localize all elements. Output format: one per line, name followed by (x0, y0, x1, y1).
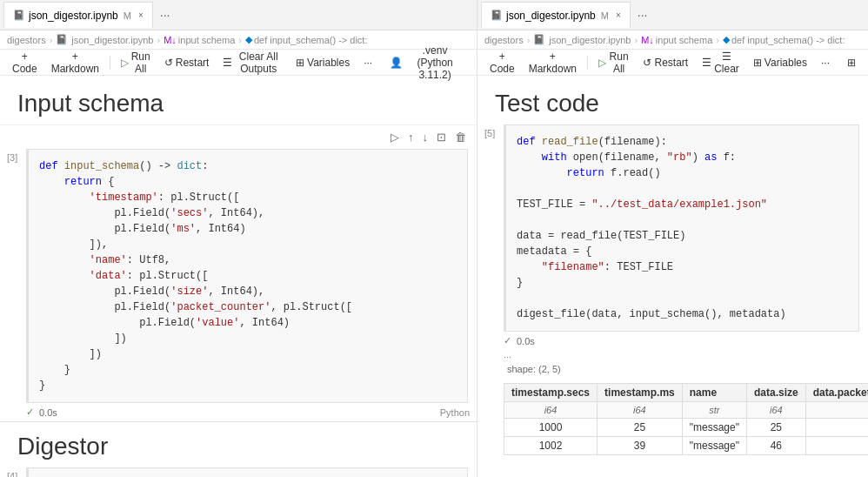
output-table: timestamp.secs timestamp.ms name data.si… (504, 383, 868, 455)
input-schema-title: Input schema (0, 76, 477, 124)
cell-r1-ts-secs: 1000 (504, 419, 598, 437)
input-schema-cell-row: [3] def input_schema() -> dict: return {… (0, 149, 477, 403)
clear-all-button[interactable]: ☰ Clear All Outputs (217, 49, 287, 77)
cell-menu-button[interactable]: ⊡ (433, 129, 450, 145)
cell-r2-name: "message" (682, 437, 746, 455)
restart-icon: ↺ (164, 57, 173, 69)
rbc-digestors: digestors (484, 35, 524, 45)
right-toolbar: + Code + Markdown ▷ Run All ↺ Restart ☰ … (477, 50, 868, 76)
test-code-section: Test code [5] def read_file(filename): w… (477, 76, 868, 462)
test-code-title: Test code (477, 76, 868, 124)
add-markdown-button[interactable]: + Markdown (46, 49, 104, 77)
cell-r1-name: "message" (682, 419, 746, 437)
input-schema-section: Input schema ▷ ↑ ↓ ⊡ 🗑 [3] def input_sch… (0, 76, 477, 421)
right-variables-button[interactable]: ⊞ Variables (748, 55, 812, 71)
col-header-timestamp-ms: timestamp.ms (598, 384, 683, 402)
dtype-data-size: i64 (746, 402, 805, 419)
table-row: 1002 39 "message" 46 302 (504, 437, 869, 455)
shape-text: shape: (2, 5) (477, 362, 868, 376)
check-icon-3: ✓ (504, 335, 511, 346)
test-code: def read_file(filename): with open(filen… (506, 125, 858, 331)
right-tab-bar: 📓 json_digestor.ipynb M × ··· (477, 0, 868, 30)
left-tab-modified: M (124, 10, 131, 21)
toolbar-sep-1 (110, 56, 110, 70)
right-panel: 📓 json_digestor.ipynb M × ··· digestors … (477, 0, 868, 477)
cell-r2-size: 46 (746, 437, 805, 455)
run-all-button[interactable]: ▷ ▷ Run All Run All (116, 49, 156, 77)
left-toolbar: + Code + Markdown ▷ ▷ Run All Run All ↺ … (0, 50, 477, 76)
right-add-markdown-button[interactable]: + Markdown (524, 49, 582, 77)
col-header-timestamp-secs: timestamp.secs (504, 384, 598, 402)
right-tab-close[interactable]: × (616, 10, 621, 20)
variables-button[interactable]: ⊞ Variables (290, 55, 355, 71)
cell-1-toolbar: ▷ ↑ ↓ ⊡ 🗑 (0, 124, 477, 149)
add-code-button[interactable]: + Code (7, 49, 43, 77)
clear-all-icon: ☰ (223, 57, 232, 69)
right-restart-button[interactable]: ↺ Restart (638, 55, 693, 71)
left-tab[interactable]: 📓 json_digestor.ipynb M × (3, 2, 153, 28)
cell-r1-ts-ms: 25 (598, 419, 683, 437)
output-time-3: 0.0s (517, 336, 535, 346)
right-tab-more[interactable]: ··· (632, 8, 653, 22)
right-breadcrumb: digestors › 📓 json_digestor.ipynb › M↓ i… (477, 30, 868, 50)
run-cell-button[interactable]: ▷ (387, 129, 403, 145)
right-notebook-icon: 📓 (491, 10, 503, 21)
cell-1-output: ✓ 0.0s Python (0, 403, 477, 421)
right-clear-icon: ☰ (702, 57, 711, 69)
right-tab-label: json_digestor.ipynb (506, 10, 596, 22)
move-up-button[interactable]: ↑ (404, 129, 417, 145)
exec-count-3: [5] (484, 128, 495, 138)
digestor-section: Digestor [4] def digest_file(input_data:… (0, 421, 477, 477)
move-down-button[interactable]: ↓ (419, 129, 432, 145)
col-header-name: name (682, 384, 746, 402)
cell-r2-ts-secs: 1002 (504, 437, 598, 455)
exec-count-2: [4] (7, 471, 17, 477)
right-cells-area: Test code [5] def read_file(filename): w… (477, 76, 868, 477)
left-cells-area: Input schema ▷ ↑ ↓ ⊡ 🗑 [3] def input_sch… (0, 76, 477, 477)
cell-3-output: ✓ 0.0s (477, 332, 868, 350)
right-clear-button[interactable]: ☰ ☰ Clear (697, 49, 744, 77)
test-code-cell[interactable]: def read_file(filename): with open(filen… (504, 124, 859, 332)
left-more-button[interactable]: ··· (358, 55, 377, 71)
table-row: 1000 25 "message" 25 256 (504, 419, 869, 437)
right-person-icon: ⊞ (847, 57, 856, 69)
table-header-row: timestamp.secs timestamp.ms name data.si… (504, 384, 869, 402)
digestor-code: def digest_file(input_data: bytes, input… (29, 468, 467, 477)
right-toolbar-sep-1 (587, 56, 588, 70)
cell-r1-packet: 256 (805, 419, 868, 437)
input-schema-code-cell[interactable]: def input_schema() -> dict: return { 'ti… (26, 149, 468, 403)
right-tab-modified: M (601, 10, 609, 21)
digestor-code-cell[interactable]: def digest_file(input_data: bytes, input… (26, 467, 468, 477)
table-subheader-row: i64 i64 str i64 i64 (504, 402, 869, 419)
digestor-title: Digestor (0, 422, 477, 467)
dtype-name: str (682, 402, 746, 419)
restart-button[interactable]: ↺ Restart (159, 55, 215, 71)
right-more-button[interactable]: ··· (816, 55, 835, 71)
right-run-all-button[interactable]: ▷ Run All (593, 49, 635, 77)
test-code-cell-row: [5] def read_file(filename): with open(f… (477, 124, 868, 332)
right-add-code-button[interactable]: + Code (484, 49, 520, 77)
left-tab-label: json_digestor.ipynb (29, 10, 118, 22)
right-run-icon: ▷ (598, 57, 606, 69)
col-header-data-packet: data.packet_counter.value (805, 384, 868, 402)
notebook-icon: 📓 (13, 10, 25, 21)
output-table-container: timestamp.secs timestamp.ms name data.si… (477, 376, 868, 462)
cell-r1-size: 25 (746, 419, 805, 437)
exec-count-1: [3] (7, 152, 17, 163)
dtype-data-packet: i64 (805, 402, 868, 419)
cell-r2-ts-ms: 39 (598, 437, 683, 455)
right-tab[interactable]: 📓 json_digestor.ipynb M × (481, 2, 631, 28)
digestor-cell-row: [4] def digest_file(input_data: bytes, i… (0, 467, 477, 477)
left-tab-bar: 📓 json_digestor.ipynb M × ··· (0, 0, 477, 30)
output-lang-1: Python (440, 407, 470, 418)
col-header-data-size: data.size (746, 384, 805, 402)
left-tab-more[interactable]: ··· (155, 8, 176, 22)
bc-digestors: digestors (7, 35, 46, 45)
delete-cell-button[interactable]: 🗑 (451, 129, 470, 145)
left-tab-close[interactable]: × (138, 10, 144, 20)
dtype-timestamp-ms: i64 (598, 402, 683, 419)
right-restart-icon: ↺ (643, 57, 651, 69)
right-variables-icon: ⊞ (753, 57, 762, 69)
right-venv-button[interactable]: ⊞ (842, 55, 861, 71)
check-icon-1: ✓ (26, 406, 34, 418)
